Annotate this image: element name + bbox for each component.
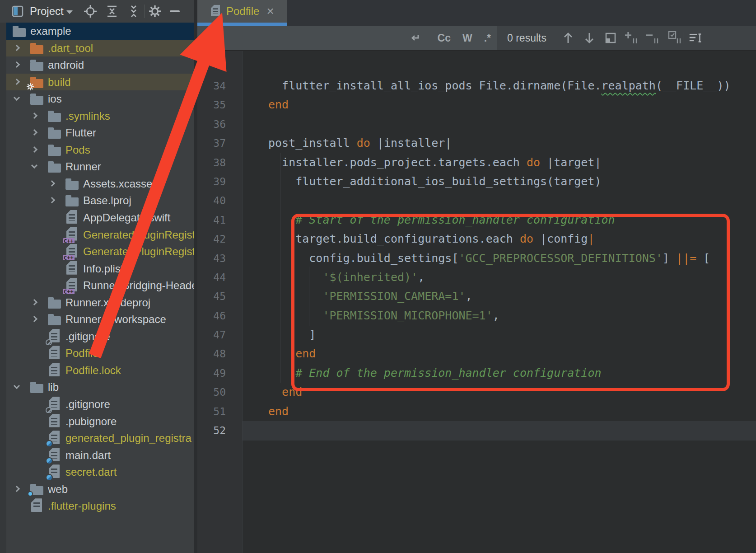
folder-icon (29, 91, 44, 107)
chevron-down-icon[interactable] (66, 10, 73, 14)
chevron-down-icon[interactable] (31, 162, 37, 169)
tree-item-secret-dart[interactable]: secret.dart (6, 464, 194, 481)
expand-all-icon[interactable] (104, 4, 120, 19)
chevron-right-icon[interactable] (14, 44, 20, 51)
tree-item-generated-plugin-registra[interactable]: generated_plugin_registra (6, 430, 194, 447)
tab-podfile[interactable]: Podfile × (197, 0, 287, 26)
chevron-down-icon[interactable] (14, 383, 20, 389)
tree-item-ios[interactable]: ios (6, 90, 194, 108)
tree-item-assets-xcassets[interactable]: Assets.xcassets (6, 175, 194, 192)
tree-item-podfile-lock[interactable]: Podfile.lock (6, 362, 194, 379)
insert-newline-icon[interactable] (407, 30, 422, 46)
tree-item-gitignore[interactable]: .gitignore (6, 328, 194, 345)
folder-icon (47, 312, 62, 327)
tree-item-runner-xcodeproj[interactable]: Runner.xcodeproj (6, 294, 194, 311)
remove-occurrence-icon[interactable] (645, 30, 660, 46)
close-tab-icon[interactable]: × (266, 7, 274, 16)
project-panel-title[interactable]: Project (30, 5, 64, 18)
tree-item-gitignore[interactable]: .gitignore (6, 396, 194, 413)
line-number: 46 (197, 306, 242, 325)
code-line-37[interactable]: post_install do |installer| (268, 134, 756, 153)
file-dart-icon (47, 464, 62, 480)
tree-item-symlinks[interactable]: .symlinks (6, 108, 194, 125)
tree-item-label: lib (48, 379, 59, 396)
code-line-38[interactable]: installer.pods_project.targets.each do |… (268, 153, 756, 172)
settings-gear-icon[interactable] (147, 4, 163, 19)
project-panel: Project (0, 0, 194, 553)
project-tool-window-icon[interactable] (10, 4, 25, 19)
chevron-right-icon[interactable] (31, 146, 37, 153)
code-line-52[interactable] (268, 421, 756, 440)
project-toolbar: Project (0, 0, 194, 23)
tree-item-generatedpluginregistr[interactable]: C++GeneratedPluginRegistr (6, 243, 194, 260)
code-line-35[interactable]: end (268, 95, 756, 114)
folder-icon (29, 380, 44, 395)
tree-item-flutter-plugins[interactable]: .flutter-plugins (6, 497, 194, 515)
locate-file-icon[interactable] (83, 4, 98, 19)
match-case-toggle[interactable]: Cc (438, 32, 451, 44)
tree-item-label: .pubignore (65, 413, 117, 430)
code-line-39[interactable]: flutter_additional_ios_build_settings(ta… (268, 172, 756, 191)
tree-item-android[interactable]: android (6, 56, 194, 74)
line-number: 41 (197, 211, 242, 230)
next-occurrence-icon[interactable] (582, 30, 597, 46)
tree-item-label: android (48, 56, 84, 74)
tree-item-build[interactable]: build (6, 74, 194, 91)
folder-icon (64, 176, 79, 192)
tree-item-dart-tool[interactable]: .dart_tool (6, 40, 194, 57)
tree-item-example[interactable]: example (6, 23, 194, 40)
tree-item-runner[interactable]: Runner (6, 158, 194, 175)
regex-toggle[interactable]: .* (484, 32, 491, 44)
previous-occurrence-icon[interactable] (560, 30, 576, 46)
folder-build-icon (29, 75, 44, 90)
tree-item-base-lproj[interactable]: Base.lproj (6, 192, 194, 209)
chevron-right-icon[interactable] (49, 197, 55, 203)
tab-label: Podfile (226, 5, 259, 18)
tree-item-pods[interactable]: Pods (6, 141, 194, 159)
tree-item-main-dart[interactable]: main.dart (6, 447, 194, 464)
editor-gutter[interactable]: 34353637383940414243444546474849505152 (197, 51, 243, 553)
line-number: 49 (197, 364, 242, 383)
chevron-right-icon[interactable] (31, 129, 37, 136)
search-input[interactable] (219, 31, 407, 45)
whole-words-toggle[interactable]: W (462, 32, 472, 44)
tree-item-info-plist[interactable]: Info.plist (6, 260, 194, 277)
tree-item-flutter[interactable]: Flutter (6, 124, 194, 141)
chevron-right-icon[interactable] (49, 180, 55, 187)
add-occurrence-icon[interactable] (624, 30, 639, 46)
chevron-right-icon[interactable] (31, 299, 37, 305)
line-number: 45 (197, 287, 242, 306)
tree-item-generatedpluginregistr[interactable]: C++GeneratedPluginRegistr (6, 226, 194, 244)
tree-item-podfile[interactable]: Podfile (6, 345, 194, 362)
tree-item-label: Podfile.lock (65, 362, 121, 379)
chevron-right-icon[interactable] (31, 112, 37, 119)
file-icon (64, 210, 79, 225)
tree-item-pubignore[interactable]: .pubignore (6, 413, 194, 430)
chevron-right-icon[interactable] (31, 316, 37, 322)
tree-item-runner-xcworkspace[interactable]: Runner.xcworkspace (6, 311, 194, 328)
code-line-36[interactable] (268, 115, 756, 134)
tree-item-runner-bridging-heade[interactable]: C++Runner-Bridging-Heade (6, 277, 194, 294)
code-line-34[interactable]: flutter_install_all_ios_pods File.dirnam… (268, 76, 756, 95)
line-number: 34 (197, 76, 242, 95)
select-all-occurrences-icon[interactable] (603, 30, 618, 46)
collapse-all-icon[interactable] (126, 4, 141, 19)
chevron-right-icon[interactable] (14, 61, 20, 68)
code-line-51[interactable]: end (268, 402, 756, 421)
tree-item-web[interactable]: web (6, 481, 194, 498)
filter-options-icon[interactable] (688, 30, 703, 46)
tree-item-lib[interactable]: lib (6, 379, 194, 396)
panel-splitter[interactable] (194, 0, 197, 553)
file-cpp-icon: C++ (64, 278, 79, 293)
chevron-down-icon[interactable] (14, 94, 20, 101)
chevron-right-icon[interactable] (14, 79, 20, 85)
code-line-40[interactable] (268, 191, 756, 210)
hide-panel-icon[interactable] (167, 4, 182, 19)
tree-item-label: AppDelegate.swift (83, 209, 170, 226)
chevron-right-icon[interactable] (14, 486, 20, 492)
search-field[interactable]: Cc W .* (197, 26, 497, 50)
line-number: 40 (197, 191, 242, 210)
tree-item-appdelegate-swift[interactable]: AppDelegate.swift (6, 209, 194, 226)
toolbar-divider (144, 5, 145, 18)
select-all-matches-icon[interactable] (667, 30, 683, 46)
